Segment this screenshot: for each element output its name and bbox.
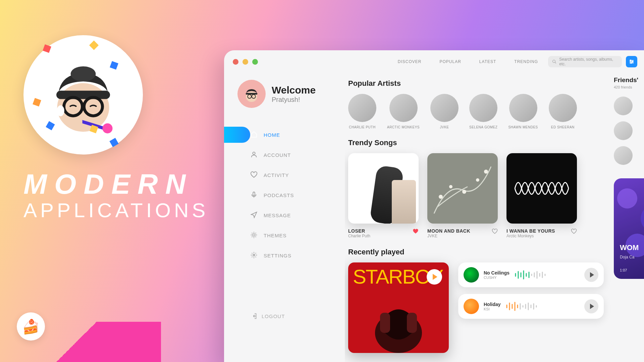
artist-card[interactable]: ARCTIC MONKEYS	[387, 94, 420, 129]
song-card[interactable]: LOSERCharlie Puth	[348, 153, 419, 238]
logout-label: LOGOUT	[262, 313, 285, 319]
artists-row: CHARLIE PUTH ARCTIC MONKEYS JVKE SELENA …	[348, 94, 604, 129]
recent-hero-card[interactable]: STARBOY	[348, 262, 449, 353]
sidebar-item-label: ACTIVITY	[264, 172, 289, 178]
confetti-piece	[43, 44, 51, 53]
nav-popular[interactable]: POPULAR	[440, 59, 461, 64]
song-title: LOSER	[348, 228, 370, 234]
friend-avatar[interactable]	[614, 121, 633, 140]
nav-trending[interactable]: TRENDING	[514, 59, 538, 64]
friends-column: Friends' 420 friends WOM Doja Ca 1:07	[614, 73, 644, 362]
nav-latest[interactable]: LATEST	[479, 59, 496, 64]
artist-name: SHAWN MENDES	[508, 125, 538, 129]
artist-card[interactable]: ED SHEERAN	[549, 94, 577, 129]
promo-avatar	[23, 35, 143, 155]
song-card[interactable]: MOON AND BACKJVKE	[427, 153, 498, 238]
user-card: Welcome Pratyush!	[224, 80, 345, 118]
svg-point-20	[253, 152, 255, 154]
friends-list	[614, 97, 644, 165]
sidebar-item-label: MESSAGE	[264, 213, 291, 218]
play-icon	[590, 272, 594, 278]
artist-card[interactable]: SHAWN MENDES	[508, 94, 538, 129]
svg-point-23	[253, 254, 255, 256]
svg-point-14	[632, 61, 633, 62]
sidebar-item-account[interactable]: ACCOUNT	[224, 145, 345, 165]
artist-avatar	[430, 94, 459, 122]
waveform-icon	[505, 302, 580, 311]
search-input[interactable]: Search artists, songs, albums, etc.	[548, 56, 622, 67]
sidebar-item-themes[interactable]: THEMES	[224, 225, 345, 245]
play-icon	[433, 274, 437, 280]
svg-point-22	[253, 234, 255, 236]
maximize-window-button[interactable]	[252, 59, 258, 65]
friend-avatar[interactable]	[614, 146, 633, 165]
app-window: DISCOVER POPULAR LATEST TRENDING Search …	[224, 50, 644, 362]
minimize-window-button[interactable]	[243, 59, 248, 65]
heart-icon	[250, 171, 258, 179]
svg-rect-31	[407, 313, 417, 333]
like-button[interactable]	[413, 228, 419, 234]
friends-count: 420 friends	[614, 85, 644, 89]
recent-item[interactable]: No CeilingsCUSHY	[458, 262, 604, 287]
sidebar-item-message[interactable]: MESSAGE	[224, 205, 345, 225]
recent-item[interactable]: HolidayKSI	[458, 294, 604, 319]
user-avatar[interactable]	[237, 80, 266, 108]
sidebar-menu: HOME ACCOUNT ACTIVITY PODCASTS MESSAGE	[224, 125, 345, 265]
nav-discover[interactable]: DISCOVER	[398, 59, 422, 64]
svg-point-27	[476, 178, 479, 182]
songs-row: LOSERCharlie Puth MOON AND BACKJVKE	[348, 153, 604, 238]
section-title-songs: Trendy Songs	[348, 138, 604, 147]
friends-title: Friends'	[614, 76, 644, 84]
svg-point-15	[631, 62, 632, 63]
promo-subtitle: APPLICATIONS	[23, 199, 198, 222]
artist-card[interactable]: CHARLIE PUTH	[348, 94, 376, 129]
filter-button[interactable]	[626, 56, 637, 67]
now-playing-card[interactable]: WOM Doja Ca 1:07	[614, 178, 644, 279]
artist-avatar	[348, 94, 376, 122]
svg-point-56	[617, 188, 637, 208]
svg-point-25	[449, 185, 452, 188]
svg-point-2	[71, 66, 96, 81]
artist-card[interactable]: SELENA GOMEZ	[469, 94, 497, 129]
sidebar: Welcome Pratyush! HOME ACCOUNT ACTIVITY	[224, 73, 345, 362]
sidebar-item-settings[interactable]: SETTINGS	[224, 245, 345, 265]
sidebar-item-activity[interactable]: ACTIVITY	[224, 165, 345, 185]
like-button[interactable]	[571, 228, 577, 234]
recent-list: No CeilingsCUSHY HolidayKSI	[458, 262, 604, 319]
song-title: I WANNA BE YOURS	[506, 228, 555, 234]
like-button[interactable]	[492, 228, 498, 234]
song-artist: Charlie Puth	[348, 234, 370, 238]
play-button[interactable]	[584, 268, 598, 282]
now-playing-time: 1:07	[620, 268, 627, 272]
recent-row: STARBOY No CeilingsCUSHY	[348, 262, 604, 353]
track-title: No Ceilings	[484, 270, 509, 276]
home-icon	[250, 131, 258, 139]
top-nav: DISCOVER POPULAR LATEST TRENDING	[398, 59, 538, 64]
logout-button[interactable]: LOGOUT	[224, 312, 345, 320]
svg-point-8	[553, 60, 555, 63]
sidebar-item-home[interactable]: HOME	[224, 125, 345, 145]
song-title: MOON AND BACK	[427, 228, 470, 234]
svg-point-6	[57, 105, 64, 116]
sidebar-item-podcasts[interactable]: PODCASTS	[224, 185, 345, 205]
send-icon	[250, 211, 258, 220]
artist-name: SELENA GOMEZ	[469, 125, 497, 129]
confetti-piece	[109, 138, 118, 147]
section-title-recent: Recently played	[348, 248, 604, 256]
svg-line-9	[555, 62, 556, 63]
song-cover	[506, 153, 577, 224]
play-button[interactable]	[584, 299, 598, 313]
artist-avatar	[509, 94, 537, 122]
play-button[interactable]	[427, 269, 442, 285]
close-window-button[interactable]	[233, 59, 238, 65]
user-name: Pratyush!	[272, 96, 316, 104]
track-artist: KSI	[484, 307, 501, 311]
svg-point-57	[641, 205, 644, 232]
mic-icon	[250, 191, 258, 199]
artist-name: CHARLIE PUTH	[349, 125, 375, 129]
artist-card[interactable]: JVKE	[430, 94, 459, 129]
friend-avatar[interactable]	[614, 97, 633, 115]
song-card[interactable]: I WANNA BE YOURSArctic Monkeys	[506, 153, 577, 238]
confetti-piece	[89, 41, 99, 50]
track-cover	[464, 299, 479, 314]
